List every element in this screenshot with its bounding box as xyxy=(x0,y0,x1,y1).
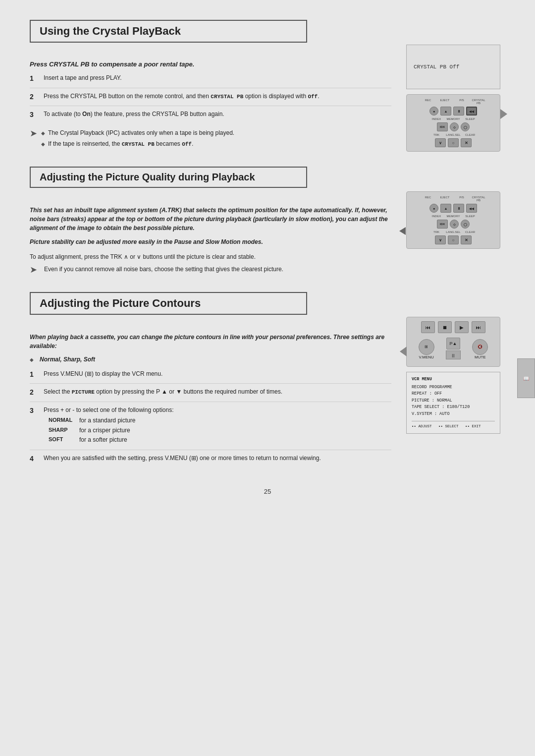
index2-btn[interactable]: IDX xyxy=(437,220,448,229)
remote-top-labels: REC EJECT P/S CRYSTAL PB xyxy=(410,99,497,105)
remote-row-2: IDX ◇ ◯ xyxy=(410,122,497,131)
p-up-area: P▲ ||| xyxy=(446,338,461,360)
tab-icon: 📖 xyxy=(524,375,529,381)
stop-btn[interactable]: ⏹ xyxy=(438,321,452,333)
trk-up-btn[interactable]: ∨ xyxy=(435,138,446,147)
step3-2-text: Select the PICTURE option by pressing th… xyxy=(44,388,282,398)
vcr-menu-row-1: RECORD PROGRAMME xyxy=(412,384,495,391)
vcr-menu-row-2: REPEAT : OFF xyxy=(412,391,495,398)
remote2-row-3: ∨ ○ ✕ xyxy=(410,235,497,244)
section2-note: ➤ Even if you cannot remove all noise ba… xyxy=(30,265,391,274)
sleep-btn[interactable]: ◯ xyxy=(461,122,470,131)
vcr-remote-box: ⏮ ⏹ ▶ ⏭ ⊞ V.MENU P▲ ||| xyxy=(406,317,500,367)
diamond-4-icon: ◆ xyxy=(30,356,34,364)
rec2-btn[interactable]: ● xyxy=(429,204,438,213)
step3-1: 1 Press V.MENU (⊞) to display the VCR me… xyxy=(30,370,391,384)
clear-btn[interactable]: ✕ xyxy=(461,138,472,147)
section2-para2: Picture stability can be adjusted more e… xyxy=(30,237,391,246)
vcr-arrow-pointer xyxy=(400,347,407,356)
remote-box-2: REC EJECT P/S CRYSTAL PB ● ▲ ⏸ ◀◀ IN xyxy=(406,191,500,249)
remote-box-1: REC EJECT P/S CRYSTAL PB ● ▲ ⏸ ◀◀ IN xyxy=(406,94,500,152)
clear2-btn[interactable]: ✕ xyxy=(461,235,472,244)
trk2-up-btn[interactable]: ∨ xyxy=(435,235,446,244)
rew-btn[interactable]: ⏮ xyxy=(421,321,435,333)
rec-btn[interactable]: ● xyxy=(429,107,438,116)
remote-mid-labels: INDEX MEMORY SLEEP xyxy=(410,117,497,120)
trk-arrow-pointer xyxy=(399,227,406,235)
langsel2-btn[interactable]: ○ xyxy=(448,235,459,244)
option-normal: NORMAL for a standard picture xyxy=(49,416,173,425)
sleep2-btn[interactable]: ◯ xyxy=(461,220,470,229)
crystal-pb-screen: CRYSTAL PB Off xyxy=(406,45,500,89)
step3-4: 4 When you are satisfied with the settin… xyxy=(30,454,391,468)
page-number: 25 xyxy=(30,488,505,495)
section2-note-1: Even if you cannot remove all noise bars… xyxy=(41,265,283,274)
vcr-menu-footer: ▪▪ ADJUST ▪▪ SELECT ▪▪ EXIT xyxy=(412,421,495,429)
option-soft: SOFT for a softer picture xyxy=(49,436,173,444)
note-1: ◆ The Crystal Playback (IPC) activates o… xyxy=(41,129,234,137)
step-2-num: 2 xyxy=(30,92,38,102)
option-soft-desc: for a softer picture xyxy=(79,436,127,444)
step3-2-num: 2 xyxy=(30,388,38,398)
mute-btn[interactable]: 🔇 xyxy=(472,339,488,355)
index-btn[interactable]: IDX xyxy=(437,122,448,131)
section1-notes: ➤ ◆ The Crystal Playback (IPC) activates… xyxy=(30,129,391,148)
langsel-btn[interactable]: ○ xyxy=(448,138,459,147)
vmenu-area: ⊞ V.MENU xyxy=(419,339,434,359)
section2-plain: To adjust alignment, press the TRK ∧ or … xyxy=(30,252,391,261)
section3-para1: When playing back a cassette, you can ch… xyxy=(30,333,391,350)
step3-4-text: When you are satisfied with the setting,… xyxy=(44,454,321,464)
step-3-text: To activate (to On) the feature, press t… xyxy=(44,110,224,120)
step3-3: 3 Press + or - to select one of the foll… xyxy=(30,406,391,450)
diamond-icon-2: ◆ xyxy=(41,141,45,148)
step3-4-num: 4 xyxy=(30,454,38,464)
select-label: ▪▪ SELECT xyxy=(438,424,459,428)
step3-3-text: Press + or - to select one of the follow… xyxy=(44,407,173,413)
option-sharp-key: SHARP xyxy=(49,426,73,435)
crystal-pb-btn[interactable]: ◀◀ xyxy=(466,107,477,116)
adjust-label: ▪▪ ADJUST xyxy=(412,424,432,428)
play-btn[interactable]: ▶ xyxy=(455,321,469,333)
step-1-text: Insert a tape and press PLAY. xyxy=(44,74,122,84)
option-normal-desc: for a standard picture xyxy=(79,416,135,425)
ps2-btn[interactable]: ⏸ xyxy=(453,204,464,213)
diamond-icon: ◆ xyxy=(41,130,45,137)
remote2-top-labels: REC EJECT P/S CRYSTAL PB xyxy=(410,196,497,202)
section3-header: Adjusting the Picture Contours xyxy=(30,292,307,315)
section2-note-items: Even if you cannot remove all noise bars… xyxy=(41,265,283,274)
section1-header: Using the Crystal PlayBack xyxy=(30,20,307,43)
ff-btn[interactable]: ⏭ xyxy=(472,321,485,333)
vcr-transport-row: ⏮ ⏹ ▶ ⏭ xyxy=(410,321,497,333)
remote2-bot-labels: TRK LANG.SEL CLEAR xyxy=(410,231,497,233)
option-soft-key: SOFT xyxy=(49,436,73,444)
section-tab: 📖 xyxy=(517,358,535,398)
section3-title: Adjusting the Picture Contours xyxy=(40,297,297,310)
note-arrow-2-icon: ➤ xyxy=(30,265,37,274)
vcr-menu-row-4: TAPE SELECT : E180/T120 xyxy=(412,404,495,411)
step3-1-text: Press V.MENU (⊞) to display the VCR menu… xyxy=(44,370,162,380)
step-2: 2 Press the CRYSTAL PB button on the rem… xyxy=(30,92,391,107)
remote-control-1: REC EJECT P/S CRYSTAL PB ● ▲ ⏸ ◀◀ IN xyxy=(406,94,500,152)
section1-title: Using the Crystal PlayBack xyxy=(40,25,297,38)
note-arrow-icon: ➤ xyxy=(30,129,37,148)
remote2-row-2: IDX ◇ ◯ xyxy=(410,220,497,229)
vmenu-btn[interactable]: ⊞ xyxy=(419,339,434,355)
memory-btn[interactable]: ◇ xyxy=(450,122,459,131)
eject-btn[interactable]: ▲ xyxy=(440,107,451,116)
p-up-btn[interactable]: P▲ xyxy=(446,338,460,349)
screen-text: CRYSTAL PB Off xyxy=(414,64,459,70)
ps-btn[interactable]: ⏸ xyxy=(453,107,464,116)
step-1-num: 1 xyxy=(30,74,38,84)
section-crystal-playback: Using the Crystal PlayBack Press CRYSTAL… xyxy=(30,20,505,152)
memory2-btn[interactable]: ◇ xyxy=(450,220,459,229)
option-normal-key: NORMAL xyxy=(49,416,73,425)
section3-bullet: ◆ Normal, Sharp, Soft xyxy=(30,355,391,364)
section3-bullet-text: Normal, Sharp, Soft xyxy=(40,355,95,364)
crystal2-btn[interactable]: ◀◀ xyxy=(466,204,477,213)
step3-3-content: Press + or - to select one of the follow… xyxy=(44,406,173,446)
eject2-btn[interactable]: ▲ xyxy=(440,204,451,213)
remote-row-3: ∨ ○ ✕ xyxy=(410,138,497,147)
section-picture-contours: Adjusting the Picture Contours When play… xyxy=(30,292,505,473)
remote-arrow-pointer xyxy=(500,109,507,119)
section2-para1: This set has an inbuilt tape alignment s… xyxy=(30,206,391,233)
